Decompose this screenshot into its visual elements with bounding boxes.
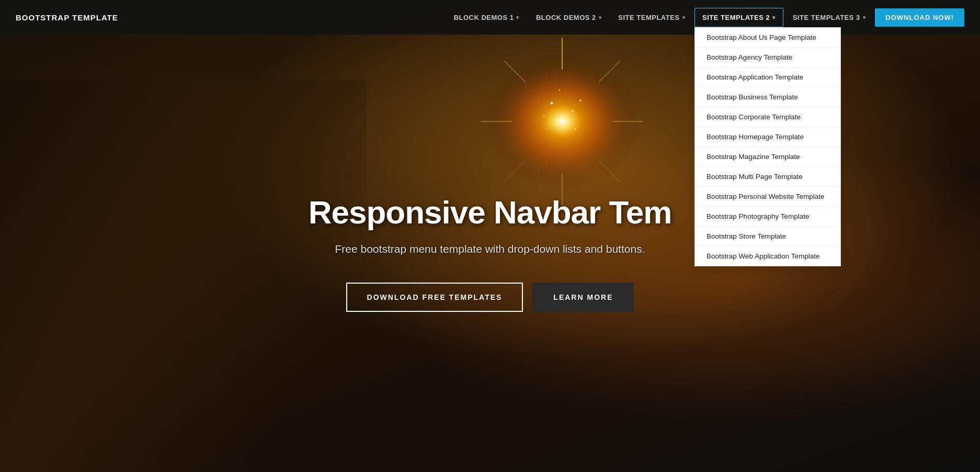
download-free-templates-button[interactable]: DOWNLOAD FREE TEMPLATES (346, 283, 523, 312)
chevron-down-icon: ▾ (772, 15, 776, 20)
nav-link-block-demos-1[interactable]: BLOCK DEMOS 1 ▾ (447, 8, 527, 27)
hero-buttons: DOWNLOAD FREE TEMPLATES LEARN MORE (346, 283, 634, 312)
nav-link-block-demos-2[interactable]: BLOCK DEMOS 2 ▾ (529, 8, 609, 27)
dropdown-item-photography[interactable]: Bootstrap Photography Template (695, 207, 840, 227)
nav-item-download-now[interactable]: DOWNLOAD NOW! (875, 8, 964, 27)
nav-item-site-templates-3[interactable]: SITE TEMPLATES 3 ▾ (785, 8, 873, 27)
chevron-down-icon: ▾ (599, 15, 602, 20)
learn-more-button[interactable]: LEARN MORE (532, 283, 634, 312)
chevron-down-icon: ▾ (863, 15, 866, 20)
dropdown-item-multi-page[interactable]: Bootstrap Multi Page Template (695, 167, 840, 187)
dropdown-item-personal-website[interactable]: Bootstrap Personal Website Template (695, 187, 840, 207)
brand-logo[interactable]: BOOTSTRAP TEMPLATE (16, 13, 118, 22)
navbar: BOOTSTRAP TEMPLATE BLOCK DEMOS 1 ▾ BLOCK… (0, 0, 980, 35)
nav-link-site-templates-2[interactable]: SITE TEMPLATES 2 ▾ (694, 8, 783, 27)
hero-subtitle: Free bootstrap menu template with drop-d… (335, 243, 645, 255)
nav-item-site-templates[interactable]: SITE TEMPLATES ▾ (611, 8, 692, 27)
download-now-button[interactable]: DOWNLOAD NOW! (875, 8, 964, 27)
site-templates-2-dropdown: Bootstrap About Us Page Template Bootstr… (694, 27, 841, 266)
dropdown-item-homepage[interactable]: Bootstrap Homepage Template (695, 127, 840, 147)
hero-section: BOOTSTRAP TEMPLATE BLOCK DEMOS 1 ▾ BLOCK… (0, 0, 980, 472)
nav-links: BLOCK DEMOS 1 ▾ BLOCK DEMOS 2 ▾ SITE TEM… (447, 8, 964, 27)
dropdown-item-web-application[interactable]: Bootstrap Web Application Template (695, 246, 840, 266)
dropdown-item-magazine[interactable]: Bootstrap Magazine Template (695, 147, 840, 167)
nav-link-site-templates[interactable]: SITE TEMPLATES ▾ (611, 8, 692, 27)
nav-item-block-demos-2[interactable]: BLOCK DEMOS 2 ▾ (529, 8, 609, 27)
hero-title: Responsive Navbar Tem (309, 195, 672, 230)
nav-item-site-templates-2[interactable]: SITE TEMPLATES 2 ▾ Bootstrap About Us Pa… (694, 8, 783, 27)
dropdown-item-about-us[interactable]: Bootstrap About Us Page Template (695, 28, 840, 48)
dropdown-item-business[interactable]: Bootstrap Business Template (695, 87, 840, 107)
chevron-down-icon: ▾ (682, 15, 686, 20)
dropdown-item-application[interactable]: Bootstrap Application Template (695, 68, 840, 87)
dropdown-item-agency[interactable]: Bootstrap Agency Template (695, 48, 840, 68)
nav-item-block-demos-1[interactable]: BLOCK DEMOS 1 ▾ (447, 8, 527, 27)
dropdown-item-corporate[interactable]: Bootstrap Corporate Template (695, 107, 840, 127)
chevron-down-icon: ▾ (516, 15, 519, 20)
dropdown-item-store[interactable]: Bootstrap Store Template (695, 227, 840, 246)
nav-link-site-templates-3[interactable]: SITE TEMPLATES 3 ▾ (785, 8, 873, 27)
